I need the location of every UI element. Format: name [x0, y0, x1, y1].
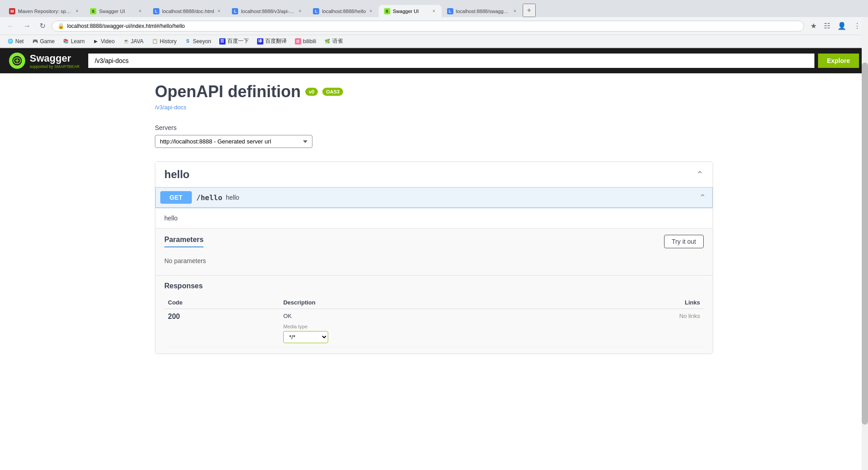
tab-grid-button[interactable]: ☷: [821, 20, 833, 32]
swagger-explore-button[interactable]: Explore: [818, 54, 859, 68]
tab-close-swagger2[interactable]: ×: [432, 8, 436, 14]
address-input[interactable]: localhost:8888/swagger-ui/index.html#/he…: [67, 23, 798, 29]
col-description: Description: [280, 296, 556, 309]
endpoint-body-description: hello: [155, 208, 713, 228]
bookmark-history[interactable]: 📋 History: [149, 37, 179, 45]
badge-oas3: OAS3: [322, 88, 343, 96]
bookmark-learn-label: Learn: [71, 38, 85, 45]
servers-label: Servers: [155, 124, 713, 131]
bookmark-baidu2[interactable]: 译 百度翻译: [254, 36, 289, 46]
method-badge: GET: [160, 191, 192, 204]
address-bar[interactable]: 🔒 localhost:8888/swagger-ui/index.html#/…: [52, 21, 804, 31]
responses-table-header: Code Description Links: [164, 296, 704, 309]
tab-swagger2[interactable]: S Swagger UI ×: [379, 5, 442, 17]
bookmark-seeyon-label: Seeyon: [193, 38, 211, 45]
response-links-cell: No links: [556, 309, 704, 347]
swagger-search-input[interactable]: [88, 54, 814, 68]
response-desc-cell: OK Media type */*: [280, 309, 556, 347]
endpoint-expand-icon[interactable]: ⌃: [699, 192, 706, 202]
endpoint-description-inline: hello: [226, 194, 240, 201]
bookmark-learn[interactable]: 📚 Learn: [60, 37, 87, 45]
scrollbar[interactable]: [862, 17, 868, 460]
tab-hello[interactable]: L localhost:8888/hello ×: [307, 5, 378, 17]
reload-button[interactable]: ↻: [37, 20, 48, 32]
bookmark-learn-icon: 📚: [63, 38, 69, 45]
bookmark-video[interactable]: ▶ Video: [90, 37, 117, 45]
bookmark-net[interactable]: 🌐 Net: [5, 37, 27, 45]
table-row: 200 OK Media type */*: [164, 309, 704, 347]
tab-label-apidocs: localhost:8888/v3/api-docs: [241, 9, 295, 14]
bookmark-video-label: Video: [101, 38, 114, 45]
endpoint-row[interactable]: GET /hello hello ⌃: [155, 187, 713, 208]
tab-label-hello: localhost:8888/hello: [322, 9, 366, 14]
forward-button[interactable]: →: [21, 20, 33, 32]
tab-label-swagger2: Swagger UI: [393, 9, 429, 14]
tab-icon-hello: L: [313, 8, 319, 14]
bookmark-net-icon: 🌐: [7, 38, 14, 45]
bookmark-bilibili[interactable]: B bilibili: [292, 37, 319, 45]
swagger-header: Swagger supported by SMARTBEAR Explore: [0, 48, 868, 73]
swagger-logo-sub: supported by SMARTBEAR: [30, 64, 79, 69]
openapi-title-text: OpenAPI definition: [155, 82, 301, 101]
hello-section-title: hello: [164, 168, 190, 181]
bookmark-baidu2-icon: 译: [257, 38, 263, 45]
params-title: Parameters: [164, 236, 203, 246]
back-button[interactable]: ←: [5, 20, 17, 32]
bookmark-seeyon[interactable]: S Seeyon: [182, 37, 214, 45]
tab-label-swagger1: Swagger UI: [99, 9, 135, 14]
bookmark-baidu1-icon: 百: [219, 38, 226, 45]
nav-actions: ★ ☷ 👤 ⋮: [808, 20, 863, 32]
bookmark-baidu1[interactable]: 百 百度一下: [217, 36, 252, 46]
tab-dochtml[interactable]: L localhost:8888/doc.html ×: [148, 5, 226, 17]
tab-icon-apidocs: L: [232, 8, 238, 14]
bookmark-bilibili-label: bilibili: [303, 38, 316, 45]
new-tab-button[interactable]: +: [523, 4, 536, 17]
tab-label-maven: Maven Repository: springdo...: [18, 9, 72, 14]
tab-maven[interactable]: M Maven Repository: springdo... ×: [4, 5, 85, 17]
hello-section: hello ⌃ GET /hello hello ⌃ hello Paramet…: [155, 161, 713, 354]
tabs-bar: M Maven Repository: springdo... × S Swag…: [0, 0, 868, 17]
collapse-icon[interactable]: ⌃: [696, 169, 704, 180]
response-code-cell: 200: [164, 309, 280, 347]
tab-icon-swagger2: S: [384, 8, 390, 14]
bookmark-game-label: Game: [40, 38, 55, 45]
swagger-logo-text: Swagger: [30, 53, 71, 64]
bookmark-java-icon: ☕: [123, 38, 129, 45]
tab-swagger1[interactable]: S Swagger UI ×: [85, 5, 148, 17]
tab-close-dochtml[interactable]: ×: [217, 8, 222, 14]
bookmark-java[interactable]: ☕ JAVA: [120, 37, 146, 45]
bookmark-net-label: Net: [15, 38, 24, 45]
api-docs-link[interactable]: /v3/api-docs: [155, 104, 186, 111]
tab-label-swaggerui2: localhost:8888/swagger-ui...: [456, 9, 510, 14]
servers-section: Servers http://localhost:8888 - Generate…: [155, 124, 713, 148]
openapi-title-section: OpenAPI definition v0 OAS3 /v3/api-docs: [155, 82, 713, 111]
no-links-text: No links: [679, 313, 700, 319]
scrollbar-thumb[interactable]: [862, 63, 868, 425]
bookmark-history-label: History: [160, 38, 176, 45]
bookmark-extra[interactable]: 🌿 语雀: [321, 36, 346, 46]
bookmark-game-icon: 🎮: [32, 38, 38, 45]
bookmark-game[interactable]: 🎮 Game: [29, 37, 58, 45]
bookmark-star-button[interactable]: ★: [808, 20, 819, 32]
swagger-logo: Swagger supported by SMARTBEAR: [9, 53, 79, 69]
bookmarks-bar: 🌐 Net 🎮 Game 📚 Learn ▶ Video ☕ JAVA 📋 Hi…: [0, 35, 868, 48]
try-it-out-button[interactable]: Try it out: [664, 235, 704, 248]
tab-close-maven[interactable]: ×: [75, 8, 79, 14]
hello-header[interactable]: hello ⌃: [155, 162, 713, 187]
tab-swaggerui2[interactable]: L localhost:8888/swagger-ui... ×: [442, 5, 523, 17]
bookmark-baidu2-label: 百度翻译: [265, 37, 287, 45]
tab-close-swaggerui2[interactable]: ×: [513, 8, 517, 14]
servers-select[interactable]: http://localhost:8888 - Generated server…: [155, 135, 312, 148]
badge-v0: v0: [305, 88, 318, 96]
swagger-search: Explore: [88, 54, 859, 68]
media-type-select[interactable]: */*: [283, 331, 328, 343]
profile-button[interactable]: 👤: [835, 20, 849, 32]
response-code: 200: [168, 313, 180, 320]
tab-close-hello[interactable]: ×: [369, 8, 373, 14]
browser-chrome: M Maven Repository: springdo... × S Swag…: [0, 0, 868, 48]
bookmark-seeyon-icon: S: [185, 38, 191, 45]
tab-close-swagger1[interactable]: ×: [138, 8, 142, 14]
tab-close-apidocs[interactable]: ×: [298, 8, 303, 14]
tab-apidocs[interactable]: L localhost:8888/v3/api-docs ×: [226, 5, 307, 17]
bookmark-java-label: JAVA: [131, 38, 144, 45]
